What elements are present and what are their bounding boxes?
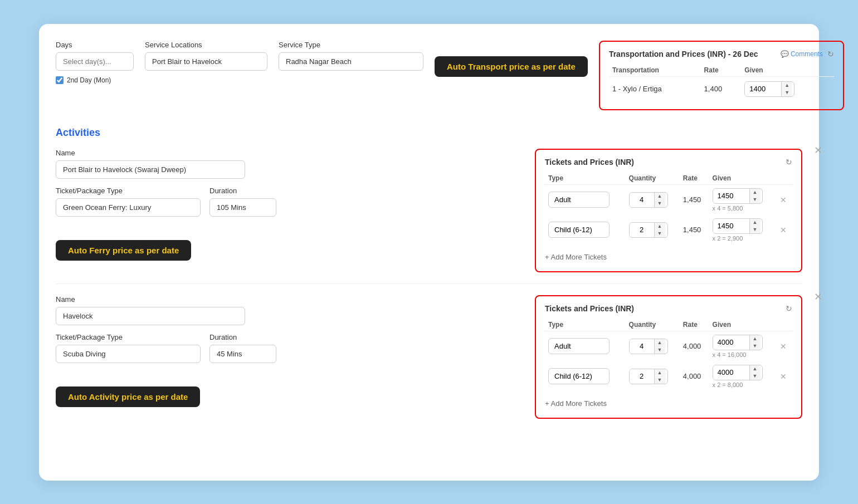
activity2-tickets-header: Tickets and Prices (INR) ↻ bbox=[545, 304, 792, 313]
transport-name: 1 - Xylo / Ertiga bbox=[609, 76, 701, 101]
ticket2-given-input[interactable] bbox=[713, 219, 749, 233]
transport-given-input-wrapper: ▲ ▼ bbox=[744, 81, 794, 97]
day-checkbox[interactable] bbox=[56, 76, 64, 84]
qty3-up[interactable]: ▲ bbox=[655, 339, 665, 346]
activity1-right: ✕ Tickets and Prices (INR) ↻ Type Quanti… bbox=[535, 149, 802, 272]
col-rate-1: Rate bbox=[680, 172, 709, 185]
given1-down[interactable]: ▼ bbox=[750, 196, 760, 203]
activity2-name-label: Name bbox=[56, 295, 524, 304]
refresh-icon[interactable]: ↻ bbox=[827, 50, 834, 58]
ticket4-qty-input[interactable] bbox=[630, 369, 654, 383]
service-type-group: Service Type bbox=[279, 41, 423, 71]
remove-ticket1-button[interactable]: ✕ bbox=[780, 195, 787, 204]
ticket1-qty-spinner: ▲ ▼ bbox=[654, 193, 665, 207]
ticket1-given-input[interactable] bbox=[713, 189, 749, 203]
activity1-ticket-type-label: Ticket/Package Type bbox=[56, 187, 201, 195]
activity2-duration-group: Duration bbox=[209, 333, 276, 363]
ticket1-type-input[interactable] bbox=[548, 192, 610, 208]
qty4-down[interactable]: ▼ bbox=[655, 376, 665, 384]
activity2-ticket-type-label: Ticket/Package Type bbox=[56, 333, 201, 341]
activity1-ticket-type-input[interactable] bbox=[56, 198, 201, 217]
col-given: Given bbox=[741, 64, 834, 77]
days-input[interactable] bbox=[56, 52, 134, 71]
remove-ticket4-button[interactable]: ✕ bbox=[780, 372, 787, 381]
activities-title: Activities bbox=[56, 127, 802, 139]
section-divider bbox=[56, 283, 802, 284]
given4-up[interactable]: ▲ bbox=[750, 365, 760, 373]
given2-up[interactable]: ▲ bbox=[750, 219, 760, 226]
ticket2-qty-wrapper: ▲ ▼ bbox=[629, 222, 668, 238]
ticket2-qty-input[interactable] bbox=[630, 223, 654, 237]
activity1-refresh-icon[interactable]: ↻ bbox=[786, 158, 792, 167]
qty4-up[interactable]: ▲ bbox=[655, 369, 665, 376]
activity1-left: Name Ticket/Package Type Duration Auto F… bbox=[56, 149, 524, 261]
col-given-1: Given bbox=[709, 172, 777, 185]
ticket3-given-input[interactable] bbox=[713, 335, 749, 349]
ticket3-qty-spinner: ▲ ▼ bbox=[654, 339, 665, 354]
activity2-refresh-icon[interactable]: ↻ bbox=[786, 304, 792, 313]
table-row: ▲ ▼ 1,450 bbox=[545, 184, 792, 215]
transport-spinner: ▲ ▼ bbox=[781, 82, 792, 96]
ticket1-qty-input[interactable] bbox=[630, 193, 654, 207]
auto-activity-badge: Auto Activity price as per date bbox=[56, 386, 200, 407]
activity2-ticket-type-group: Ticket/Package Type bbox=[56, 333, 201, 363]
qty1-down[interactable]: ▼ bbox=[655, 200, 665, 207]
col-type-2: Type bbox=[545, 319, 626, 331]
table-row: ▲ ▼ 4,000 bbox=[545, 361, 792, 392]
table-row: 1 - Xylo / Ertiga 1,400 ▲ ▼ bbox=[609, 76, 834, 101]
remove-ticket2-button[interactable]: ✕ bbox=[780, 226, 787, 234]
ticket4-qty-wrapper: ▲ ▼ bbox=[629, 369, 668, 384]
table-row: ▲ ▼ 1,450 bbox=[545, 215, 792, 245]
activity2-tickets-title: Tickets and Prices (INR) bbox=[545, 304, 634, 313]
activity1-ticket-table: Type Quantity Rate Given bbox=[545, 172, 792, 245]
add-more-tickets2-button[interactable]: + Add More Tickets bbox=[545, 397, 607, 410]
given2-down[interactable]: ▼ bbox=[750, 226, 760, 233]
service-locations-input[interactable] bbox=[145, 52, 267, 71]
ticket1-rate: 1,450 bbox=[683, 195, 701, 204]
ticket2-type-input[interactable] bbox=[548, 222, 610, 238]
given3-down[interactable]: ▼ bbox=[750, 342, 760, 350]
qty2-down[interactable]: ▼ bbox=[655, 230, 665, 237]
given4-down[interactable]: ▼ bbox=[750, 373, 760, 380]
close-activity2-button[interactable]: ✕ bbox=[814, 291, 822, 303]
given3-up[interactable]: ▲ bbox=[750, 335, 760, 342]
remove-ticket3-button[interactable]: ✕ bbox=[780, 342, 787, 351]
transport-box-header: Transportation and Prices (INR) - 26 Dec… bbox=[609, 50, 834, 58]
given1-up[interactable]: ▲ bbox=[750, 189, 760, 196]
activity2-name-input[interactable] bbox=[56, 307, 245, 325]
col-transportation: Transportation bbox=[609, 64, 701, 77]
col-qty-2: Quantity bbox=[626, 319, 680, 331]
transport-given-input[interactable] bbox=[745, 82, 781, 96]
ticket4-type-input[interactable] bbox=[548, 368, 610, 384]
ticket1-qty-wrapper: ▲ ▼ bbox=[629, 192, 668, 208]
activity1-row: Name Ticket/Package Type Duration Auto F… bbox=[56, 149, 802, 272]
activity1-duration-group: Duration bbox=[209, 187, 276, 217]
spinner-up[interactable]: ▲ bbox=[782, 82, 792, 89]
qty3-down[interactable]: ▼ bbox=[655, 346, 665, 354]
service-type-input[interactable] bbox=[279, 52, 423, 71]
transport-table: Transportation Rate Given 1 - Xylo / Ert… bbox=[609, 64, 834, 101]
activity2-ticket-type-input[interactable] bbox=[56, 345, 201, 363]
auto-transport-badge: Auto Transport price as per date bbox=[435, 56, 588, 77]
add-more-tickets1-button[interactable]: + Add More Tickets bbox=[545, 251, 607, 263]
ticket1-given-wrapper: ▲ ▼ bbox=[713, 188, 763, 204]
col-qty-1: Quantity bbox=[626, 172, 680, 185]
activity1-name-group: Name bbox=[56, 149, 524, 179]
col-type-1: Type bbox=[545, 172, 626, 185]
ticket3-type-input[interactable] bbox=[548, 338, 610, 354]
ticket4-given-spinner: ▲ ▼ bbox=[749, 365, 760, 380]
activity1-duration-input[interactable] bbox=[209, 198, 276, 217]
qty2-up[interactable]: ▲ bbox=[655, 223, 665, 230]
spinner-down[interactable]: ▼ bbox=[782, 89, 792, 96]
ticket4-given-input[interactable] bbox=[713, 365, 749, 379]
ticket3-qty-input[interactable] bbox=[630, 339, 654, 353]
qty1-up[interactable]: ▲ bbox=[655, 193, 665, 200]
activity1-name-input[interactable] bbox=[56, 160, 245, 179]
ticket2-rate: 1,450 bbox=[683, 226, 701, 234]
comments-button[interactable]: 💬 Comments bbox=[781, 50, 823, 58]
transport-rate: 1,400 bbox=[701, 76, 742, 101]
close-activity1-button[interactable]: ✕ bbox=[814, 144, 822, 156]
activity2-duration-input[interactable] bbox=[209, 345, 276, 363]
activity1-tickets-box: Tickets and Prices (INR) ↻ Type Quantity… bbox=[535, 149, 802, 272]
transport-box-actions: 💬 Comments ↻ bbox=[781, 50, 834, 58]
